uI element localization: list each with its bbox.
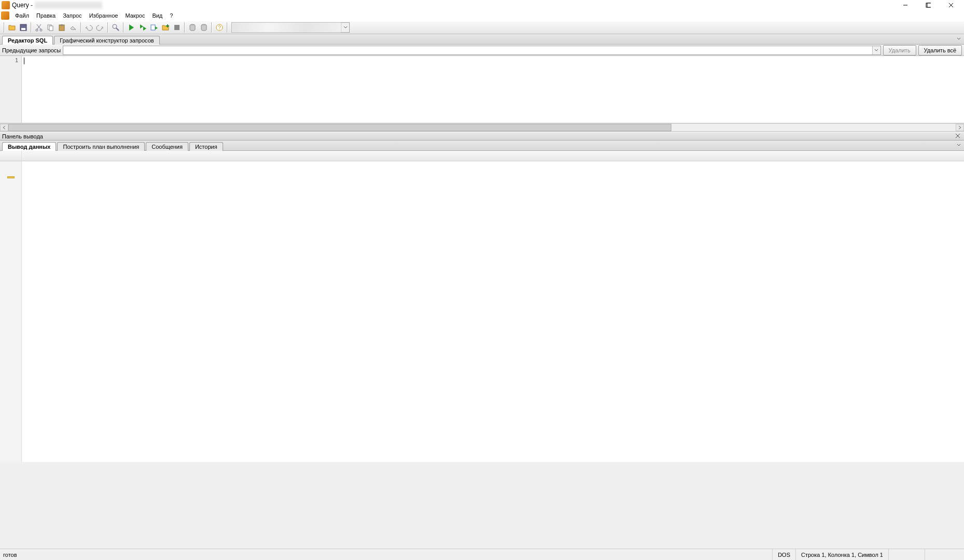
- code-area[interactable]: [22, 56, 964, 123]
- close-button[interactable]: [940, 0, 962, 10]
- database-icon[interactable]: [187, 22, 198, 33]
- delete-button[interactable]: Удалить: [883, 45, 916, 55]
- line-gutter: 1: [0, 56, 22, 123]
- sql-editor: 1: [0, 56, 964, 123]
- clear-icon[interactable]: [68, 22, 78, 33]
- menu-file[interactable]: Файл: [11, 11, 33, 20]
- favorites-add-icon[interactable]: [160, 22, 171, 33]
- panel-close-icon[interactable]: [955, 133, 962, 140]
- svg-rect-2: [927, 3, 931, 7]
- previous-queries-row: Предыдущие запросы Удалить Удалить всё: [0, 45, 964, 56]
- tabstrip-overflow-icon[interactable]: [955, 35, 962, 43]
- cut-icon[interactable]: [34, 22, 44, 33]
- row-marker-icon: [7, 176, 15, 178]
- line-number: 1: [0, 57, 18, 63]
- menu-macros[interactable]: Макрос: [121, 11, 148, 20]
- stop-icon[interactable]: [172, 22, 182, 33]
- svg-rect-15: [151, 25, 155, 30]
- svg-rect-16: [174, 25, 180, 30]
- tab-sql-editor[interactable]: Редактор SQL: [2, 36, 53, 45]
- status-position: Строка 1, Колонка 1, Символ 1: [795, 549, 888, 560]
- database2-icon[interactable]: [199, 22, 209, 33]
- toolbar: ?: [0, 21, 964, 34]
- title-bar: Query -: [0, 0, 964, 10]
- maximize-button[interactable]: [917, 0, 940, 10]
- tab-messages[interactable]: Сообщения: [146, 142, 188, 151]
- minimize-button[interactable]: [894, 0, 917, 10]
- app-icon: [2, 1, 10, 9]
- svg-rect-6: [21, 28, 25, 30]
- redo-icon[interactable]: [95, 22, 105, 33]
- output-row-header-column: [0, 151, 22, 462]
- menu-edit[interactable]: Правка: [33, 11, 59, 20]
- menu-view[interactable]: Вид: [148, 11, 166, 20]
- chevron-down-icon[interactable]: [341, 23, 349, 32]
- editor-hscrollbar[interactable]: [0, 123, 964, 132]
- output-panel-header: Панель вывода: [0, 132, 964, 141]
- output-grid-area: [0, 151, 964, 462]
- tab-data-output[interactable]: Вывод данных: [2, 142, 56, 151]
- previous-queries-combo[interactable]: [63, 46, 880, 55]
- undo-icon[interactable]: [84, 22, 94, 33]
- connection-combo-value: [232, 23, 341, 32]
- app-small-icon: [1, 11, 9, 20]
- run-script-icon[interactable]: [137, 22, 148, 33]
- upper-tabstrip: Редактор SQL Графический конструктор зап…: [0, 34, 964, 45]
- scroll-thumb[interactable]: [8, 124, 671, 131]
- chevron-down-icon[interactable]: [872, 46, 880, 54]
- copy-icon[interactable]: [45, 22, 56, 33]
- menu-help[interactable]: ?: [166, 11, 176, 20]
- status-empty2: [925, 549, 961, 560]
- tab-graphical-builder[interactable]: Графический конструктор запросов: [54, 36, 160, 45]
- save-icon[interactable]: [18, 22, 29, 33]
- menu-bar: Файл Правка Запрос Избранное Макрос Вид …: [0, 10, 964, 21]
- scroll-left-icon[interactable]: [0, 124, 8, 131]
- lower-tabstrip: Вывод данных Построить план выполнения С…: [0, 141, 964, 151]
- scroll-right-icon[interactable]: [956, 124, 964, 131]
- connection-combo[interactable]: [231, 22, 350, 33]
- help-icon[interactable]: ?: [214, 22, 225, 33]
- run-icon[interactable]: [126, 22, 136, 33]
- find-icon[interactable]: [111, 22, 121, 33]
- menu-favorites[interactable]: Избранное: [86, 11, 122, 20]
- status-empty1: [888, 549, 925, 560]
- open-icon[interactable]: [7, 22, 17, 33]
- status-encoding: DOS: [772, 549, 795, 560]
- svg-line-14: [116, 28, 119, 31]
- svg-point-13: [113, 24, 117, 29]
- svg-rect-12: [61, 24, 63, 26]
- status-bar: готов DOS Строка 1, Колонка 1, Символ 1: [0, 549, 964, 560]
- tab-history[interactable]: История: [189, 142, 223, 151]
- tabstrip-overflow-icon[interactable]: [955, 142, 962, 149]
- scroll-track[interactable]: [8, 124, 956, 131]
- favorites-run-icon[interactable]: [149, 22, 159, 33]
- svg-rect-10: [49, 26, 53, 31]
- window-title: Query -: [12, 2, 33, 9]
- svg-text:?: ?: [218, 25, 221, 31]
- previous-queries-label: Предыдущие запросы: [2, 47, 61, 53]
- delete-all-button[interactable]: Удалить всё: [918, 45, 962, 55]
- tab-explain[interactable]: Построить план выполнения: [57, 142, 145, 151]
- menu-query[interactable]: Запрос: [59, 11, 85, 20]
- output-grid-header: [22, 151, 964, 161]
- paste-icon[interactable]: [57, 22, 67, 33]
- title-redacted: [35, 2, 102, 9]
- output-panel-title: Панель вывода: [2, 133, 43, 139]
- output-grid-body[interactable]: [22, 151, 964, 462]
- status-ready: готов: [3, 552, 17, 558]
